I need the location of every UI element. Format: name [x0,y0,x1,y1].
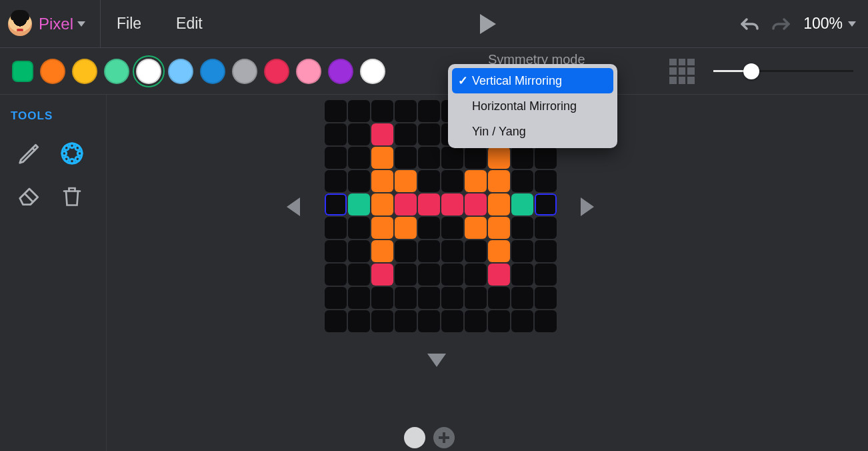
pixel-cell[interactable] [371,240,393,262]
pixel-cell[interactable] [348,100,370,122]
pixel-cell[interactable] [488,147,510,169]
pixel-cell[interactable] [418,170,440,192]
pixel-cell[interactable] [465,193,487,215]
pixel-cell[interactable] [465,264,487,286]
pixel-cell[interactable] [395,193,417,215]
pixel-cell[interactable] [418,100,440,122]
pixel-cell[interactable] [371,217,393,239]
pixel-cell[interactable] [371,100,393,122]
pixel-cell[interactable] [348,240,370,262]
pixel-cell[interactable] [418,147,440,169]
grid-toggle-button[interactable] [669,59,695,84]
pixel-cell[interactable] [441,147,463,169]
slider-knob[interactable] [743,63,759,79]
pixel-cell[interactable] [465,240,487,262]
pixel-cell[interactable] [371,287,393,309]
pixel-cell[interactable] [418,240,440,262]
pixel-cell[interactable] [441,287,463,309]
pixel-cell[interactable] [325,123,347,145]
pixel-cell[interactable] [348,287,370,309]
palette-swatch-6[interactable] [200,59,225,84]
palette-swatch-10[interactable] [328,59,353,84]
pixel-cell[interactable] [535,264,557,286]
pixel-cell[interactable] [535,217,557,239]
pixel-cell[interactable] [535,240,557,262]
pixel-cell[interactable] [348,264,370,286]
pixel-cell[interactable] [465,310,487,332]
pixel-cell[interactable] [535,170,557,192]
pixel-cell[interactable] [371,264,393,286]
pixel-cell[interactable] [418,193,440,215]
palette-swatch-11[interactable] [360,59,385,84]
symmetry-option-vertical[interactable]: Vertical Mirroring [452,68,613,93]
pixel-cell[interactable] [488,170,510,192]
pixel-cell[interactable] [535,310,557,332]
pixel-cell[interactable] [371,170,393,192]
pixel-cell[interactable] [325,193,347,215]
pixel-cell[interactable] [465,147,487,169]
symmetry-option-yinyang[interactable]: Yin / Yang [452,119,613,144]
palette-swatch-0[interactable] [12,61,33,82]
nav-left-button[interactable] [287,197,300,216]
palette-swatch-5[interactable] [168,59,193,84]
pixel-cell[interactable] [511,264,533,286]
symmetry-dropdown[interactable]: Vertical Mirroring Horizontal Mirroring … [448,64,617,148]
palette-swatch-1[interactable] [40,59,65,84]
pixel-cell[interactable] [488,193,510,215]
pixel-cell[interactable] [511,310,533,332]
palette-swatch-8[interactable] [264,59,289,84]
pixel-cell[interactable] [348,170,370,192]
nav-right-button[interactable] [581,197,594,216]
pixel-cell[interactable] [348,147,370,169]
pixel-cell[interactable] [348,310,370,332]
pixel-cell[interactable] [488,287,510,309]
pixel-cell[interactable] [535,287,557,309]
trash-tool[interactable] [53,177,91,215]
add-frame-button[interactable] [433,427,455,448]
frame-indicator[interactable] [404,427,425,448]
pixel-cell[interactable] [511,287,533,309]
pixel-cell[interactable] [511,193,533,215]
pixel-cell[interactable] [348,123,370,145]
pixel-cell[interactable] [418,217,440,239]
pixel-cell[interactable] [371,310,393,332]
pixel-cell[interactable] [395,287,417,309]
pixel-cell[interactable] [465,217,487,239]
pixel-cell[interactable] [465,170,487,192]
pixel-cell[interactable] [441,310,463,332]
pixel-cell[interactable] [511,240,533,262]
menu-file[interactable]: File [117,15,141,33]
pixel-cell[interactable] [325,240,347,262]
pixel-cell[interactable] [371,147,393,169]
pixel-cell[interactable] [488,264,510,286]
pixel-cell[interactable] [395,123,417,145]
pixel-cell[interactable] [441,193,463,215]
pixel-cell[interactable] [325,100,347,122]
pixel-cell[interactable] [511,147,533,169]
pixel-cell[interactable] [488,240,510,262]
pixel-cell[interactable] [418,287,440,309]
pattern-tool[interactable] [53,135,91,172]
pixel-cell[interactable] [395,264,417,286]
pixel-cell[interactable] [441,240,463,262]
play-button[interactable] [480,14,496,34]
pixel-cell[interactable] [325,287,347,309]
zoom-control[interactable]: 100% [803,15,856,33]
undo-button[interactable] [739,16,759,32]
pixel-cell[interactable] [395,310,417,332]
pixel-cell[interactable] [441,170,463,192]
pixel-cell[interactable] [325,147,347,169]
pixel-cell[interactable] [535,147,557,169]
pixel-cell[interactable] [418,310,440,332]
redo-button[interactable] [771,16,791,32]
pixel-cell[interactable] [511,170,533,192]
pixel-cell[interactable] [488,310,510,332]
pixel-cell[interactable] [441,217,463,239]
pixel-cell[interactable] [535,193,557,215]
nav-down-button[interactable] [427,354,446,367]
pixel-cell[interactable] [371,123,393,145]
pixel-cell[interactable] [348,193,370,215]
pixel-cell[interactable] [325,170,347,192]
pencil-tool[interactable] [11,135,48,172]
app-title-chevron-icon[interactable] [77,21,85,27]
